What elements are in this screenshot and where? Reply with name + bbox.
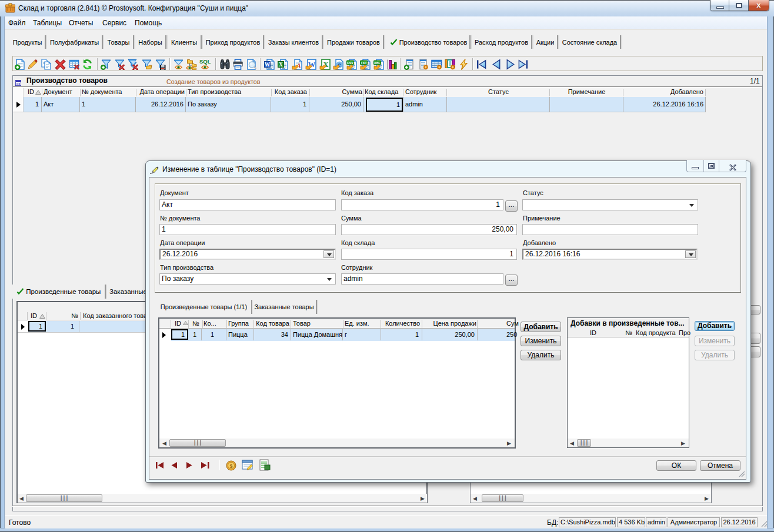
svg-text:TXT: TXT <box>361 61 367 65</box>
svg-text:$: $ <box>229 463 232 469</box>
svg-text:W: W <box>265 62 271 68</box>
svg-text:CSV: CSV <box>347 61 353 65</box>
svg-text:XML: XML <box>374 61 381 65</box>
svg-text:SQL: SQL <box>199 59 211 65</box>
svg-text:X: X <box>279 62 283 68</box>
